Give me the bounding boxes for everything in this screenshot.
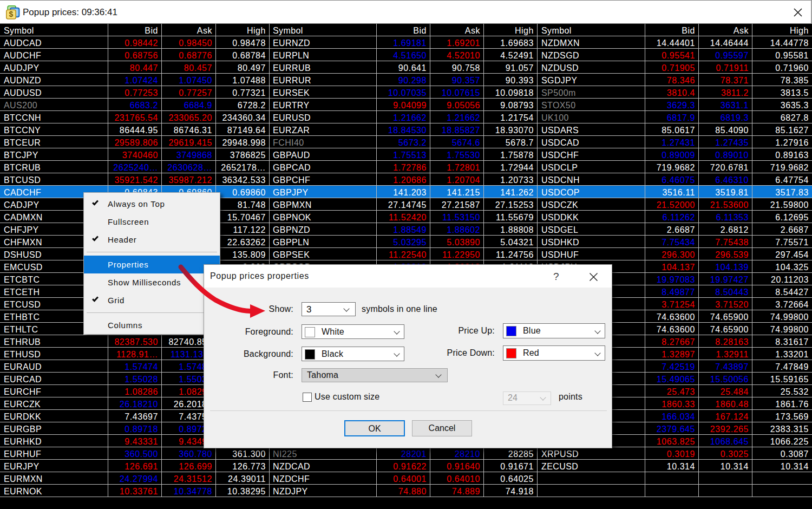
svg-text:$: $	[9, 10, 14, 18]
